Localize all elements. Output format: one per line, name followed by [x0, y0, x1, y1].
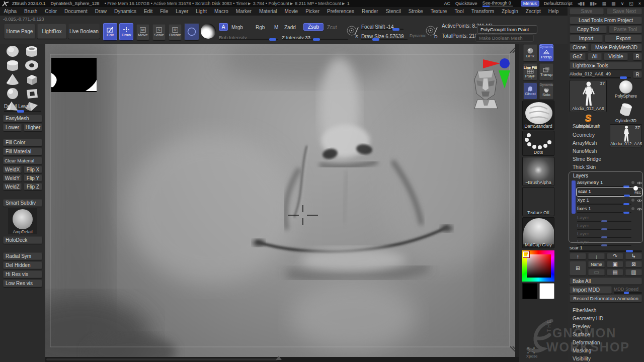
menu-stencil[interactable]: Stencil — [382, 9, 405, 14]
horizontal-scrollbar[interactable] — [45, 357, 519, 362]
tool-r-button[interactable]: R — [633, 71, 642, 78]
menu-layer[interactable]: Layer — [172, 9, 192, 14]
lightbox-button[interactable]: LightBox — [37, 24, 66, 39]
clone-button[interactable]: Clone — [570, 44, 589, 51]
paste-tool-button[interactable]: Paste Tool — [609, 26, 642, 33]
menu-help[interactable]: Help — [544, 9, 562, 14]
tool-select-slider[interactable]: Alodia_012_AA6. 49 — [570, 71, 631, 78]
solo-button[interactable]: Dynamic Solo — [539, 82, 553, 100]
restore-button[interactable]: ◱ — [629, 1, 633, 6]
save-next-button[interactable]: Save Next — [607, 8, 642, 15]
menu-zplugin[interactable]: Zplugin — [498, 9, 522, 14]
primitive-cone-icon[interactable] — [5, 73, 20, 85]
goz-button[interactable]: GoZ — [570, 53, 586, 60]
edit-button[interactable]: Edit — [103, 23, 117, 40]
higher-button[interactable]: Higher — [24, 124, 42, 131]
make-boolean-mesh-popup-item[interactable]: Make Boolean Mesh — [475, 34, 534, 42]
smart-subdiv-button[interactable]: Smart Subdiv — [3, 199, 42, 207]
layer-row[interactable]: Xyz 1 — [577, 197, 641, 206]
menu-dynamics[interactable]: Dynamics — [111, 9, 140, 14]
zsub-button[interactable]: Zsub — [303, 23, 324, 31]
make-polymesh3d-button[interactable]: Make PolyMesh3D — [591, 44, 642, 51]
weldy-button[interactable]: WeldY — [3, 174, 22, 182]
bake-all-button[interactable]: Bake All — [570, 278, 642, 285]
focal-shift-slider[interactable]: Focal Shift -14 — [361, 22, 417, 31]
load-tools-from-project-button[interactable]: Load Tools From Project — [570, 17, 642, 24]
menus-button[interactable]: Menus — [521, 1, 539, 6]
panel-config2-icon[interactable]: ▩ — [611, 1, 616, 6]
save-button[interactable]: Save — [570, 8, 604, 15]
flipz-button[interactable]: Flip Z — [24, 183, 42, 190]
layer-intensity-slider[interactable]: scar 1 — [570, 245, 642, 252]
menu-light[interactable]: Light — [192, 9, 211, 14]
section-thickskin[interactable]: Thick Skin — [573, 164, 596, 170]
menu-stroke[interactable]: Stroke — [405, 9, 427, 14]
section-geometry-hd[interactable]: Geometry HD — [573, 316, 603, 321]
move-button[interactable]: M Move — [136, 24, 149, 40]
active-tool-thumb[interactable]: 37 Alodia_012_AA6 — [570, 80, 607, 112]
easymesh-button[interactable]: EasyMesh — [3, 115, 42, 122]
layer-duplicate-button[interactable]: ▣ — [607, 261, 623, 267]
menu-marker[interactable]: Marker — [232, 9, 255, 14]
rotate-button[interactable]: R Rotate — [169, 24, 182, 40]
polygroupit-popup-item[interactable]: PolyGroupIt from Paint — [477, 25, 537, 34]
secondary-color-swatch[interactable] — [539, 283, 554, 299]
flipy-button[interactable]: Flip Y — [24, 174, 42, 182]
layer-row[interactable]: fixes 1 — [577, 206, 641, 214]
primitive-tube-icon[interactable] — [24, 45, 39, 57]
current-material-thumb[interactable]: MatCap Gray — [522, 217, 554, 248]
primitive-sphere-icon[interactable] — [5, 87, 20, 100]
primitive-ring3d-icon[interactable] — [24, 87, 39, 100]
weldx-button[interactable]: WeldX — [3, 166, 22, 173]
see-through-slider[interactable]: See-through 0 — [482, 1, 516, 7]
lower-button[interactable]: Lower — [3, 124, 22, 131]
menu-draw[interactable]: Draw — [91, 9, 110, 14]
menu-render[interactable]: Render — [358, 9, 382, 14]
menu-picker[interactable]: Picker — [302, 9, 324, 14]
draw-size-dynamic-label[interactable]: Dynamic — [410, 33, 426, 38]
section-visibility[interactable]: Visibility — [573, 356, 591, 361]
section-arraymesh[interactable]: ArrayMesh — [573, 140, 597, 146]
flipx-button[interactable]: Flip X — [24, 166, 42, 173]
primitive-cube-icon[interactable] — [24, 73, 39, 85]
detail-level-slider[interactable]: Detail Level 5 — [4, 104, 35, 109]
persp-button[interactable]: Dynamic Persp — [539, 44, 553, 61]
lightbox-tools-button[interactable]: Lightbox►Tools — [570, 62, 642, 69]
layer-row-empty[interactable]: Layer — [577, 223, 641, 231]
menu-alpha[interactable]: Alpha — [0, 9, 21, 14]
section-deformation[interactable]: Deformation — [573, 340, 600, 345]
sv-square[interactable] — [527, 254, 551, 278]
menu-movie[interactable]: Movie — [281, 9, 302, 14]
layer-row-empty[interactable]: Layer — [577, 215, 641, 223]
section-fibermesh[interactable]: FiberMesh — [573, 308, 596, 313]
mdd-speed-slider[interactable]: MDD Speed — [614, 286, 642, 294]
z-intensity-slider[interactable]: Z Intensity 33 — [282, 32, 348, 40]
section-geometry[interactable]: Geometry — [573, 132, 595, 138]
menu-tool[interactable]: Tool — [451, 9, 467, 14]
export-button[interactable]: Export — [605, 35, 642, 42]
hue-selector[interactable] — [523, 251, 529, 257]
ac-button[interactable]: AC — [444, 1, 451, 6]
layer-new-button[interactable]: ⊞ — [570, 261, 586, 276]
layer-mode-dot[interactable] — [631, 181, 634, 184]
home-page-button[interactable]: Home Page — [4, 24, 35, 39]
section-surface[interactable]: Surface — [573, 332, 590, 337]
current-texture-thumb[interactable]: Texture Off — [522, 187, 554, 216]
dock-right-icon[interactable]: ▮▮▸ — [590, 1, 597, 6]
mrgb-button[interactable]: Mrgb — [231, 25, 243, 30]
menu-edit[interactable]: Edit — [140, 9, 156, 14]
draw-button[interactable]: Draw — [119, 23, 133, 40]
default-zscript-button[interactable]: DefaultZScript — [544, 1, 573, 6]
layer-row-empty[interactable]: Layer — [577, 231, 641, 239]
goz-visible-button[interactable]: Visible — [604, 53, 628, 60]
layer-mode-dot[interactable] — [631, 207, 634, 210]
zadd-button[interactable]: Zadd — [284, 25, 296, 30]
zcut-button[interactable]: Zcut — [327, 25, 337, 30]
previous-tool-thumb[interactable]: 37 Alodia_012_AA6 — [610, 124, 642, 147]
rgb-intensity-slider[interactable]: Rgb Intensity — [219, 32, 278, 40]
layer-name-button[interactable]: Name — [588, 261, 605, 267]
menu-zscript[interactable]: Zscript — [522, 9, 544, 14]
layer-move-up-button[interactable]: ↑ — [570, 253, 586, 259]
dock-left-icon[interactable]: ◂▮▮ — [578, 1, 585, 6]
ampdetail-alpha-thumb[interactable]: AmpDetail — [8, 208, 37, 234]
